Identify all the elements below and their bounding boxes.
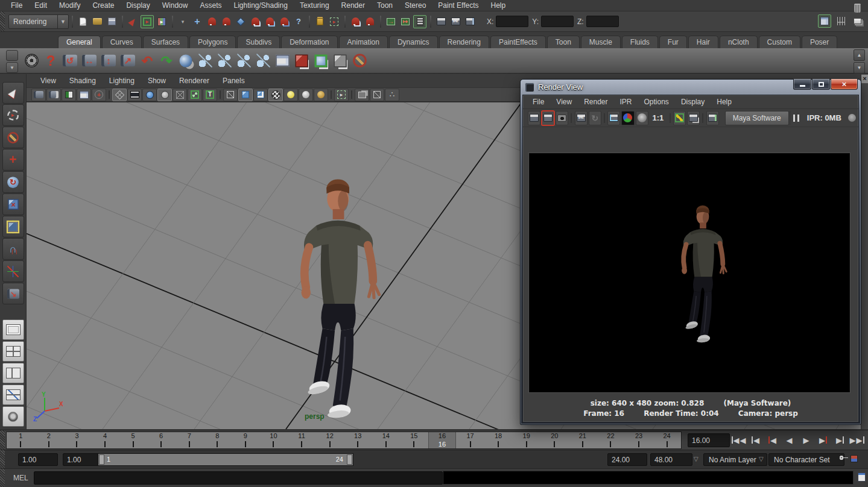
shelf-tab-subdivs[interactable]: Subdivs: [237, 36, 280, 48]
frame-3[interactable]: 3: [63, 432, 91, 448]
range-slider-track[interactable]: 1 24: [98, 453, 353, 466]
film-gate-icon[interactable]: [127, 89, 142, 101]
maximize-button[interactable]: [812, 79, 830, 90]
grid-toggle-icon[interactable]: [112, 89, 127, 101]
viewport-menu-lighting[interactable]: Lighting: [103, 77, 141, 85]
no-lights-icon[interactable]: [314, 89, 328, 101]
select-lattice-shelf-icon[interactable]: [331, 50, 349, 72]
ipr-indicator[interactable]: [846, 111, 858, 125]
shelf-tab-painteffects[interactable]: PaintEffects: [490, 36, 546, 48]
menu-modify[interactable]: Modify: [53, 1, 86, 10]
menu-edit[interactable]: Edit: [28, 1, 53, 10]
snap-to-grids-icon[interactable]: [249, 15, 262, 28]
render-view-menu-display[interactable]: Display: [675, 98, 711, 106]
frame-22[interactable]: 22: [597, 432, 625, 448]
render-view-menu-render[interactable]: Render: [578, 98, 613, 106]
anim-layer-select[interactable]: No Anim Layer: [703, 453, 767, 466]
frame-11[interactable]: 11: [288, 432, 316, 448]
attribute-editor-toggle-icon[interactable]: [851, 14, 864, 28]
highlight-selection-mode-icon[interactable]: ▸: [328, 15, 341, 28]
render-view-menu-ipr[interactable]: IPR: [614, 98, 638, 106]
joint-pair-icon[interactable]: [235, 50, 253, 72]
shelf-tab-poser[interactable]: Poser: [802, 36, 837, 48]
redo-view-icon[interactable]: ↷: [157, 50, 176, 72]
paint-selection-tool[interactable]: [2, 127, 24, 148]
shelf-tab-ncloth[interactable]: nCloth: [720, 36, 758, 48]
gate-mask-icon[interactable]: [157, 89, 172, 101]
menu-help[interactable]: Help: [485, 1, 512, 10]
camera-orbit-icon[interactable]: ↺: [61, 50, 79, 72]
single-joint-icon[interactable]: [254, 50, 272, 72]
real-size-button[interactable]: 1:1: [650, 113, 667, 122]
camera-track-icon[interactable]: ↔: [80, 50, 98, 72]
open-render-settings-button[interactable]: [673, 111, 686, 125]
joint-chain-icon[interactable]: [196, 50, 214, 72]
menu-toon[interactable]: Toon: [371, 1, 399, 10]
set-key-icon[interactable]: [840, 455, 848, 460]
menu-lighting-shading[interactable]: Lighting/Shading: [227, 1, 293, 10]
menu-paint-effects[interactable]: Paint Effects: [432, 1, 484, 10]
lock-selection-icon[interactable]: [313, 15, 326, 28]
snap-to-planes-icon[interactable]: [234, 15, 247, 28]
ipr-render-icon[interactable]: IPR: [449, 15, 462, 28]
snap-help-icon[interactable]: ?: [292, 15, 305, 28]
render-view-menu-view[interactable]: View: [550, 98, 578, 106]
frame-17[interactable]: 17: [456, 432, 484, 448]
auto-keyframe-icon[interactable]: [851, 455, 858, 462]
viewport-menu-view[interactable]: View: [34, 77, 63, 85]
shelf-tab-surfaces[interactable]: Surfaces: [143, 36, 188, 48]
four-pane-layout-button[interactable]: [2, 341, 24, 362]
playback-start-field[interactable]: [63, 453, 103, 466]
camera-dolly-icon[interactable]: ↕: [100, 50, 118, 72]
snap-to-points-icon[interactable]: [263, 15, 276, 28]
render-view-menu-options[interactable]: Options: [638, 98, 675, 106]
ik-handle-icon[interactable]: [215, 50, 233, 72]
shelf-tab-fur[interactable]: Fur: [659, 36, 687, 48]
paint-effects-shelf-icon[interactable]: [350, 50, 369, 72]
frame-10[interactable]: 10: [259, 432, 288, 448]
character-set-select[interactable]: No Character Set: [768, 453, 844, 466]
image-plane-icon[interactable]: [77, 89, 91, 101]
viewport-menu-renderer[interactable]: Renderer: [173, 77, 216, 85]
universal-manipulator-tool[interactable]: [2, 216, 24, 237]
redo-previous-render-button[interactable]: [542, 111, 554, 125]
step-back-frame-button[interactable]: ◀: [748, 432, 763, 448]
shelf-tab-polygons[interactable]: Polygons: [189, 36, 236, 48]
shelf-tab-dynamics[interactable]: Dynamics: [389, 36, 438, 48]
menu-stereo[interactable]: Stereo: [399, 1, 432, 10]
wireframe-icon[interactable]: [223, 89, 238, 101]
playblast-icon[interactable]: [22, 50, 40, 72]
shelf-tab-muscle[interactable]: Muscle: [581, 36, 621, 48]
camera-attributes-icon[interactable]: [46, 89, 61, 101]
snap-magnet-b-icon[interactable]: [363, 15, 376, 28]
select-object-shelf-icon[interactable]: [293, 50, 311, 72]
keep-image-button[interactable]: [706, 111, 719, 125]
display-rgb-button[interactable]: [621, 111, 634, 125]
shelf-tab-custom[interactable]: Custom: [759, 36, 800, 48]
input-connections-icon[interactable]: →: [384, 15, 398, 28]
single-pane-layout-button[interactable]: [2, 319, 24, 340]
flat-lighting-icon[interactable]: [299, 89, 313, 101]
render-settings-icon[interactable]: [463, 15, 477, 28]
rotate-tool[interactable]: ↻: [2, 171, 24, 193]
animation-start-field[interactable]: [18, 453, 58, 466]
select-camera-icon[interactable]: [31, 89, 46, 101]
shelf-tab-toon[interactable]: Toon: [547, 36, 580, 48]
frame-7[interactable]: 7: [175, 432, 203, 448]
range-end-handle[interactable]: [347, 454, 352, 465]
snap-to-curves-2-icon[interactable]: [220, 15, 233, 28]
safe-title-icon[interactable]: T: [203, 89, 217, 101]
select-by-hierarchy-icon[interactable]: [126, 15, 139, 28]
script-editor-icon[interactable]: [858, 473, 866, 482]
render-view-menu-help[interactable]: Help: [711, 98, 738, 106]
command-language-toggle[interactable]: MEL: [13, 474, 28, 482]
soft-modification-tool[interactable]: ∩: [2, 238, 24, 260]
custom-layout-button[interactable]: [2, 406, 24, 427]
shelf-trash-icon[interactable]: [851, 2, 863, 14]
display-alpha-button[interactable]: [636, 111, 648, 125]
select-tool[interactable]: [2, 82, 24, 104]
render-view-menu-file[interactable]: File: [527, 98, 550, 106]
anim-layer-dropdown-arrow[interactable]: ▽: [694, 456, 699, 462]
default-lighting-icon[interactable]: [284, 89, 298, 101]
channel-box-toggle-icon[interactable]: [818, 14, 831, 28]
